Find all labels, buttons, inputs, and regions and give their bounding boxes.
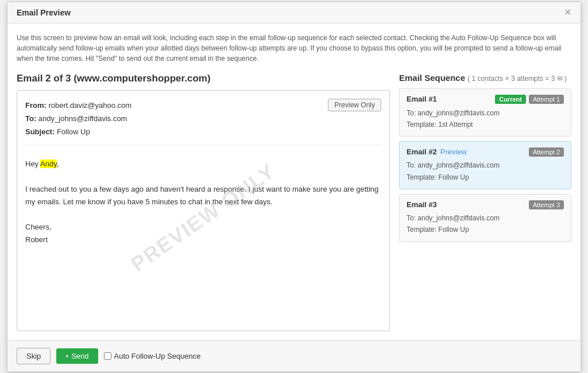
seq-2-preview-link[interactable]: Preview [440, 147, 467, 156]
seq-card-1-header: Email #1 Current Attempt 1 [407, 95, 564, 104]
sequence-card-2: Email #2 Preview Attempt 2 To: andy_john… [399, 141, 571, 189]
email-closing: Cheers, [25, 221, 381, 234]
from-field: From: robert.daviz@yahoo.com [25, 99, 131, 112]
modal-title: Email Preview [17, 8, 71, 17]
to-field: To: andy_johns@ziffdavis.com [25, 112, 131, 125]
preview-only-button[interactable]: Preview Only [328, 99, 381, 111]
email-fields: From: robert.daviz@yahoo.com To: andy_jo… [25, 99, 131, 139]
send-button[interactable]: Send [56, 348, 98, 364]
seq-2-id: Email #2 [407, 147, 437, 156]
email-body: Hey Andy, I reached out to you a few day… [25, 153, 381, 247]
seq-2-badge-attempt: Attempt 2 [529, 147, 564, 157]
seq-3-detail: To: andy_johns@ziffdavis.com Template: F… [407, 212, 564, 236]
sequence-card-1: Email #1 Current Attempt 1 To: andy_john… [399, 88, 571, 137]
seq-2-detail: To: andy_johns@ziffdavis.com Template: F… [407, 160, 564, 183]
auto-followup-text: Auto Follow-Up Sequence [114, 352, 201, 360]
modal-body: Use this screen to preview how an email … [7, 24, 581, 340]
seq-2-to: To: andy_johns@ziffdavis.com [407, 160, 564, 171]
left-panel: Email 2 of 3 (www.computershopper.com) F… [17, 73, 390, 331]
seq-3-template: Template: Follow Up [407, 224, 564, 235]
seq-1-to: To: andy_johns@ziffdavis.com [407, 107, 564, 119]
modal-footer: Skip Send Auto Follow-Up Sequence [7, 340, 581, 371]
email-preview-modal: Email Preview ✕ Use this screen to previ… [7, 2, 581, 372]
auto-followup-checkbox[interactable] [104, 352, 111, 360]
subject-field: Subject: Follow Up [25, 125, 131, 138]
to-label: To: [25, 114, 38, 123]
seq-card-2-title: Email #2 Preview [407, 147, 467, 156]
seq-card-3-title: Email #3 [407, 200, 437, 209]
seq-3-badge-attempt: Attempt 3 [529, 200, 564, 209]
from-label: From: [25, 101, 48, 110]
seq-1-detail: To: andy_johns@ziffdavis.com Template: 1… [407, 107, 564, 131]
modal-header: Email Preview ✕ [7, 2, 581, 24]
intro-text: Use this screen to preview how an email … [17, 33, 571, 64]
sequence-meta: ( 1 contacts × 3 attempts = 3 ✉ ) [467, 75, 567, 83]
email-signature: Robert [25, 234, 381, 246]
seq-1-badge-current: Current [495, 95, 526, 104]
highlighted-name: Andy [40, 160, 57, 168]
seq-card-3-header: Email #3 Attempt 3 [407, 200, 564, 209]
auto-followup-label[interactable]: Auto Follow-Up Sequence [104, 352, 201, 360]
seq-3-to: To: andy_johns@ziffdavis.com [407, 212, 564, 224]
from-value: robert.daviz@yahoo.com [48, 101, 131, 110]
seq-2-template: Template: Follow Up [407, 172, 564, 183]
email-header: From: robert.daviz@yahoo.com To: andy_jo… [25, 99, 381, 145]
sequence-title-text: Email Sequence [399, 73, 465, 83]
email-greeting: Hey Andy, [25, 158, 381, 170]
skip-button[interactable]: Skip [17, 348, 51, 364]
seq-1-id: Email #1 [407, 95, 437, 103]
subject-value: Follow Up [57, 127, 90, 136]
sequence-title: Email Sequence ( 1 contacts × 3 attempts… [399, 73, 571, 83]
seq-2-badges: Attempt 2 [529, 147, 564, 156]
seq-1-badges: Current Attempt 1 [495, 95, 564, 104]
right-panel: Email Sequence ( 1 contacts × 3 attempts… [399, 73, 571, 331]
sequence-card-3: Email #3 Attempt 3 To: andy_johns@ziffda… [399, 194, 571, 242]
seq-card-1-title: Email #1 [407, 95, 437, 103]
greeting-text: Hey [25, 160, 40, 168]
content-area: Email 2 of 3 (www.computershopper.com) F… [17, 73, 571, 331]
email-section-title: Email 2 of 3 (www.computershopper.com) [17, 73, 390, 84]
subject-label: Subject: [25, 127, 57, 136]
seq-3-badges: Attempt 3 [529, 200, 564, 209]
to-value: andy_johns@ziffdavis.com [38, 114, 127, 123]
email-preview-box: From: robert.daviz@yahoo.com To: andy_jo… [17, 90, 390, 331]
seq-1-badge-attempt: Attempt 1 [529, 95, 564, 104]
seq-3-id: Email #3 [407, 200, 437, 209]
email-paragraph: I reached out to you a few days ago and … [25, 183, 381, 208]
seq-1-template: Template: 1st Attempt [407, 119, 564, 130]
close-button[interactable]: ✕ [564, 8, 571, 17]
seq-card-2-header: Email #2 Preview Attempt 2 [407, 147, 564, 156]
